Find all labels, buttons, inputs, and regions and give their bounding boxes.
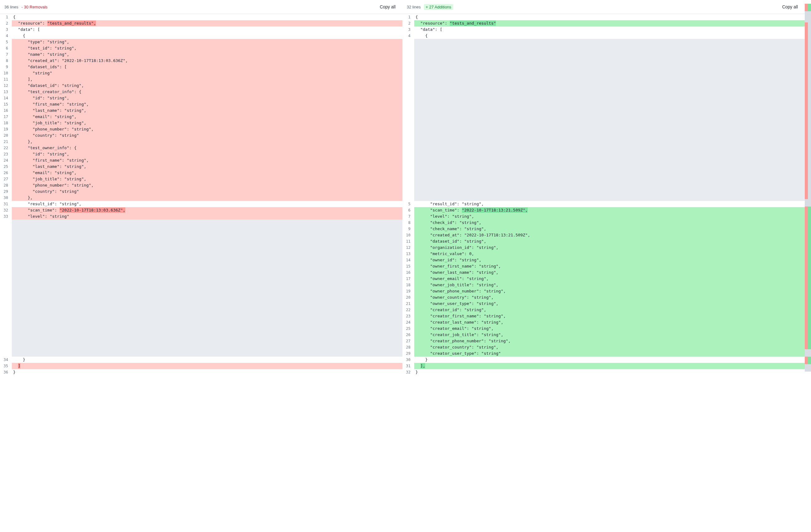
line-number: 27	[0, 176, 12, 182]
line-content	[414, 132, 805, 139]
line-content	[414, 108, 805, 114]
code-line: 9 "check_name": "string",	[402, 226, 805, 232]
line-number	[402, 195, 414, 201]
copy-all-left-button[interactable]: Copy all	[377, 3, 398, 11]
line-content: ],	[12, 76, 402, 82]
line-number	[402, 132, 414, 139]
minimap-mark	[808, 11, 811, 22]
line-content: "metric_value": 0,	[414, 251, 805, 257]
code-line: 19 "phone_number": "string",	[0, 126, 402, 132]
line-content: {	[12, 14, 402, 20]
line-number	[0, 332, 12, 338]
code-line	[402, 70, 805, 76]
line-content	[12, 232, 402, 238]
line-number: 14	[0, 95, 12, 101]
diff-container: 36 lines - 30 Removals Copy all 1{2 "res…	[0, 0, 811, 375]
line-number: 6	[402, 207, 414, 213]
code-line	[402, 170, 805, 176]
copy-all-right-button[interactable]: Copy all	[780, 3, 800, 11]
line-content: "creator_id": "string",	[414, 307, 805, 313]
line-content	[12, 332, 402, 338]
inline-removed-highlight: "2022-10-17T18:13:03.636Z",	[60, 207, 125, 213]
line-number: 24	[0, 157, 12, 163]
line-content: "country": "string"	[12, 188, 402, 195]
inline-added-highlight: ],	[420, 363, 426, 369]
code-line: 5 "result_id": "string",	[402, 201, 805, 207]
line-number: 10	[0, 70, 12, 76]
code-line: 14 "owner_id": "string",	[402, 257, 805, 263]
line-number: 20	[402, 294, 414, 301]
line-number	[0, 257, 12, 263]
line-content	[414, 89, 805, 95]
code-line	[402, 108, 805, 114]
line-content: "job_title": "string",	[12, 120, 402, 126]
code-line	[0, 288, 402, 294]
line-content	[414, 101, 805, 108]
line-number	[0, 338, 12, 344]
line-content: "result_id": "string",	[414, 201, 805, 207]
line-content: "creator_first_name": "string",	[414, 313, 805, 319]
line-content: "owner_email": "string",	[414, 276, 805, 282]
line-number: 30	[402, 357, 414, 363]
code-line: 29 "country": "string"	[0, 188, 402, 195]
code-line: 16 "owner_last_name": "string",	[402, 269, 805, 276]
line-number: 21	[402, 301, 414, 307]
code-line: 24 "creator_last_name": "string",	[402, 319, 805, 326]
code-line: 3 "data": [	[402, 27, 805, 33]
code-line	[402, 188, 805, 195]
line-number: 1	[0, 14, 12, 20]
code-line: 34 }	[0, 357, 402, 363]
inline-added-highlight: "tests_and_results"	[450, 20, 496, 26]
line-content	[12, 220, 402, 226]
line-content: "test_creator_info": {	[12, 89, 402, 95]
left-pane-header: 36 lines - 30 Removals Copy all	[0, 0, 402, 14]
line-number: 17	[0, 114, 12, 120]
line-number	[402, 58, 414, 64]
code-line	[0, 226, 402, 232]
code-line: 12 "dataset_id": "string",	[0, 82, 402, 89]
code-line: 15 "owner_first_name": "string",	[402, 263, 805, 269]
code-line: 20 "owner_country": "string",	[402, 294, 805, 301]
code-line: 13 "test_creator_info": {	[0, 89, 402, 95]
line-content: "id": "string",	[12, 95, 402, 101]
line-number	[0, 350, 12, 357]
code-line	[0, 332, 402, 338]
code-line	[0, 313, 402, 319]
code-line: 28 "creator_country": "string",	[402, 344, 805, 350]
code-line: 33 "level": "string"	[0, 213, 402, 220]
line-content: "dataset_id": "string",	[12, 82, 402, 89]
code-line: 6 "scan_time": "2022-10-17T18:13:21.509Z…	[402, 207, 805, 213]
code-line: 18 "job_title": "string",	[0, 120, 402, 126]
diff-minimap[interactable]	[805, 0, 811, 375]
line-content	[414, 139, 805, 145]
line-content	[12, 251, 402, 257]
code-line: 27 "job_title": "string",	[0, 176, 402, 182]
right-header-info: 32 lines + 27 Additions	[407, 4, 453, 10]
code-line	[402, 163, 805, 170]
code-line	[402, 145, 805, 151]
code-line: 22 "creator_id": "string",	[402, 307, 805, 313]
line-content: "last_name": "string",	[12, 163, 402, 170]
minimap-mark	[805, 357, 808, 364]
line-number: 6	[0, 45, 12, 51]
code-line	[402, 139, 805, 145]
line-number	[402, 76, 414, 82]
line-number: 16	[402, 269, 414, 276]
line-number: 7	[0, 51, 12, 58]
code-line	[402, 58, 805, 64]
line-number	[0, 238, 12, 245]
line-number	[402, 151, 414, 157]
code-line: 21 },	[0, 139, 402, 145]
code-line	[0, 344, 402, 350]
code-line	[0, 326, 402, 332]
left-code-area[interactable]: 1{2 "resource": "tests_and_results",3 "d…	[0, 14, 402, 375]
line-number: 16	[0, 108, 12, 114]
line-content: "dataset_id": "string",	[414, 238, 805, 245]
inline-added-highlight: "2022-10-17T18:13:21.509Z",	[462, 207, 528, 213]
code-line: 20 "country": "string"	[0, 132, 402, 139]
line-number: 27	[402, 338, 414, 344]
code-line	[402, 114, 805, 120]
line-content	[414, 95, 805, 101]
right-code-area[interactable]: 1{2 "resource": "tests_and_results"3 "da…	[402, 14, 805, 375]
line-number: 4	[0, 33, 12, 39]
